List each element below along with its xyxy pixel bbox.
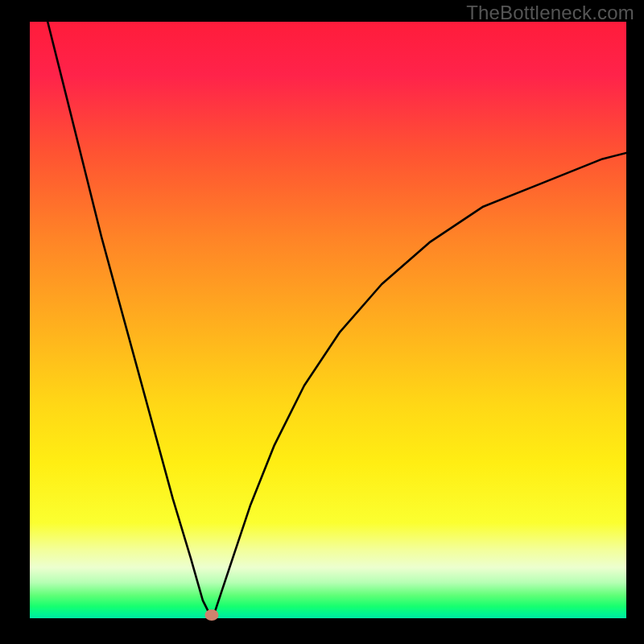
bottleneck-curve <box>47 22 626 618</box>
chart-frame: TheBottleneck.com <box>0 0 644 644</box>
plot-area <box>30 22 626 618</box>
curve-svg <box>30 22 626 618</box>
watermark-text: TheBottleneck.com <box>466 2 634 24</box>
optimum-marker <box>205 609 219 621</box>
